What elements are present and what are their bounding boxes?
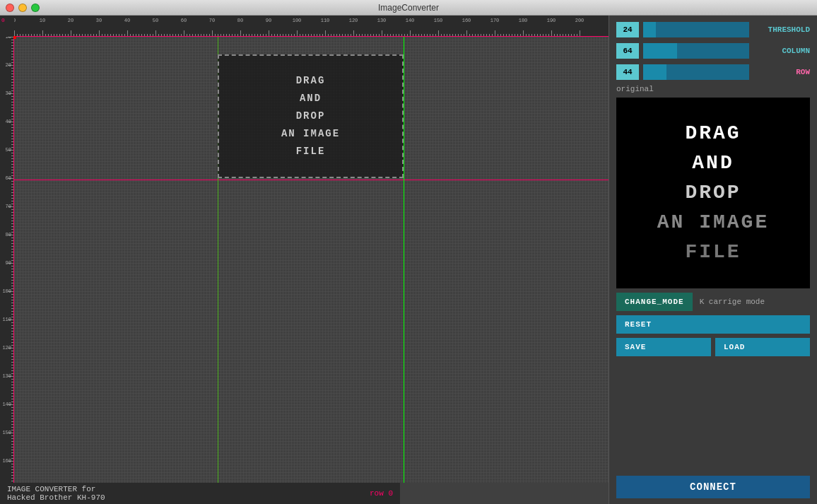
column-value: 64 xyxy=(616,43,639,59)
threshold-slider[interactable] xyxy=(643,22,749,37)
original-label: original xyxy=(616,85,810,93)
ruler-left: 1020304050607080901001101201301401501601… xyxy=(0,37,14,483)
status-bar: IMAGE CONVERTER for Hacked Brother KH-97… xyxy=(0,483,400,504)
reset-button[interactable]: RESET xyxy=(616,315,810,334)
threshold-row: 24 THRESHOLD xyxy=(616,21,810,38)
drop-line-1: DRAG xyxy=(281,72,340,90)
preview-line-3: DROP xyxy=(685,178,741,208)
ruler-corner: 0 xyxy=(0,16,14,37)
column-fill xyxy=(643,43,677,59)
mode-text: K carrige mode xyxy=(700,298,765,306)
load-button[interactable]: LOAD xyxy=(715,338,810,356)
threshold-fill xyxy=(643,22,656,37)
row-indicator: row 0 xyxy=(370,489,393,498)
preview-box: DRAG AND DROP AN IMAGE FILE xyxy=(616,98,810,288)
reset-row: RESET xyxy=(616,315,810,334)
preview-line-4: AN IMAGE xyxy=(657,208,769,238)
ruler-left-inner: 1020304050607080901001101201301401501601… xyxy=(0,37,13,483)
drop-line-5: FILE xyxy=(281,143,340,160)
drop-text: DRAG AND DROP AN IMAGE FILE xyxy=(281,72,340,161)
preview-line-5: FILE xyxy=(685,238,741,267)
change-mode-row: CHANGE_MODE K carrige mode xyxy=(616,293,810,311)
drop-line-2: AND xyxy=(281,90,340,107)
save-load-row: SAVE LOAD xyxy=(616,338,810,356)
preview-line-2: AND xyxy=(692,148,734,178)
maximize-button[interactable] xyxy=(31,4,40,12)
row-row: 44 ROW xyxy=(616,64,810,81)
row-slider[interactable] xyxy=(643,64,749,80)
app-info: IMAGE CONVERTER for Hacked Brother KH-97… xyxy=(7,485,105,502)
ruler-top-inner: 0102030405060708090100110120130140150160… xyxy=(14,16,609,36)
save-button[interactable]: SAVE xyxy=(616,338,711,356)
app-info-line2: Hacked Brother KH-970 xyxy=(7,493,105,502)
preview-line-1: DRAG xyxy=(685,119,741,148)
app-info-line1: IMAGE CONVERTER for xyxy=(7,485,105,493)
column-label: COLUMN xyxy=(753,47,810,55)
threshold-value: 24 xyxy=(616,22,639,37)
canvas-area[interactable]: 0 01020304050607080901001101201301401501… xyxy=(0,16,609,504)
drop-line-3: DROP xyxy=(281,107,340,125)
row-value: 44 xyxy=(616,64,639,80)
v-guide-line-2 xyxy=(404,37,404,483)
row-label: ROW xyxy=(753,68,810,76)
drop-line-4: AN IMAGE xyxy=(281,125,340,143)
column-slider[interactable] xyxy=(643,43,749,59)
threshold-label: THRESHOLD xyxy=(753,25,810,34)
titlebar: ImageConverter xyxy=(0,0,817,16)
minimize-button[interactable] xyxy=(18,4,27,12)
connect-button[interactable]: CONNECT xyxy=(616,476,810,498)
right-panel: 24 THRESHOLD 64 COLUMN 44 ROW original xyxy=(609,16,817,504)
change-mode-button[interactable]: CHANGE_MODE xyxy=(616,293,693,311)
ruler-top: 0102030405060708090100110120130140150160… xyxy=(14,16,609,37)
window-title: ImageConverter xyxy=(378,3,439,13)
h-guide-line xyxy=(14,180,609,180)
origin-marker xyxy=(13,36,16,39)
drop-zone[interactable]: DRAG AND DROP AN IMAGE FILE xyxy=(218,54,404,178)
close-button[interactable] xyxy=(6,4,14,12)
spacer xyxy=(616,361,810,471)
column-row: 64 COLUMN xyxy=(616,42,810,59)
row-fill xyxy=(643,64,666,80)
window-controls[interactable] xyxy=(6,4,40,12)
main-layout: 0 01020304050607080901001101201301401501… xyxy=(0,16,817,504)
